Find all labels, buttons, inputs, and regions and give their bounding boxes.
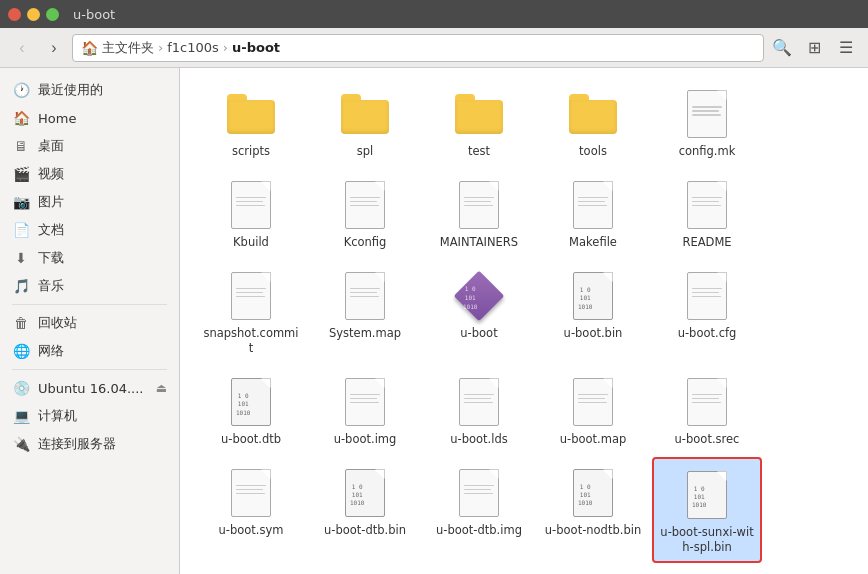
- file-name: u-boot-sunxi-with-spl.bin: [660, 525, 754, 555]
- toolbar: ‹ › 🏠 主文件夹 › f1c100s › u-boot 🔍 ⊞ ☰: [0, 28, 868, 68]
- folder-icon: [569, 86, 617, 142]
- music-icon: 🎵: [12, 277, 30, 295]
- network-icon: 🌐: [12, 342, 30, 360]
- file-item-spl[interactable]: spl: [310, 78, 420, 165]
- binary-file-icon: 1 01011010: [227, 374, 275, 430]
- sidebar-item-music[interactable]: 🎵 音乐: [0, 272, 179, 300]
- file-item-scripts[interactable]: scripts: [196, 78, 306, 165]
- search-button[interactable]: 🔍: [768, 34, 796, 62]
- file-item-tools[interactable]: tools: [538, 78, 648, 165]
- file-name: u-boot.bin: [564, 326, 623, 341]
- sidebar-item-desktop[interactable]: 🖥 桌面: [0, 132, 179, 160]
- doc-file-icon: [341, 268, 389, 324]
- sidebar-label-network: 网络: [38, 342, 64, 360]
- sidebar-item-recent[interactable]: 🕐 最近使用的: [0, 76, 179, 104]
- file-name: spl: [357, 144, 374, 159]
- sidebar-item-network[interactable]: 🌐 网络: [0, 337, 179, 365]
- sidebar-item-ubuntu[interactable]: 💿 Ubuntu 16.04.... ⏏: [0, 374, 179, 402]
- sidebar-label-connect: 连接到服务器: [38, 435, 116, 453]
- sidebar-item-docs[interactable]: 📄 文档: [0, 216, 179, 244]
- file-item-u-boot-dtb[interactable]: 1 01011010 u-boot.dtb: [196, 366, 306, 453]
- grid-view-button[interactable]: ⊞: [800, 34, 828, 62]
- forward-button[interactable]: ›: [40, 34, 68, 62]
- folder-icon: [341, 86, 389, 142]
- sidebar-item-photos[interactable]: 📷 图片: [0, 188, 179, 216]
- doc-file-icon: [455, 465, 503, 521]
- sidebar-label-home: Home: [38, 111, 76, 126]
- file-name: u-boot-nodtb.bin: [545, 523, 641, 538]
- binary-file-icon: 1 01011010: [683, 467, 731, 523]
- doc-file-icon: [227, 268, 275, 324]
- toolbar-right: 🔍 ⊞ ☰: [768, 34, 860, 62]
- file-item-u-boot-img[interactable]: u-boot.img: [310, 366, 420, 453]
- file-name: u-boot.cfg: [678, 326, 737, 341]
- sidebar-item-trash[interactable]: 🗑 回收站: [0, 309, 179, 337]
- file-item-Makefile[interactable]: Makefile: [538, 169, 648, 256]
- file-name: MAINTAINERS: [440, 235, 518, 250]
- photos-icon: 📷: [12, 193, 30, 211]
- sidebar-item-computer[interactable]: 💻 计算机: [0, 402, 179, 430]
- folder-icon: [227, 86, 275, 142]
- breadcrumb-home[interactable]: 主文件夹: [102, 39, 154, 57]
- sidebar-item-downloads[interactable]: ⬇ 下载: [0, 244, 179, 272]
- breadcrumb-f1c100s[interactable]: f1c100s: [167, 40, 219, 55]
- file-item-u-boot-lds[interactable]: u-boot.lds: [424, 366, 534, 453]
- maximize-button[interactable]: [46, 8, 59, 21]
- menu-button[interactable]: ☰: [832, 34, 860, 62]
- binary-file-icon: 1 01011010: [341, 465, 389, 521]
- sidebar-label-downloads: 下载: [38, 249, 64, 267]
- sidebar-item-video[interactable]: 🎬 视频: [0, 160, 179, 188]
- file-item-u-boot-srec[interactable]: u-boot.srec: [652, 366, 762, 453]
- doc-file-icon: [341, 177, 389, 233]
- file-item-u-boot-bin[interactable]: 1 01011010 u-boot.bin: [538, 260, 648, 362]
- file-item-u-boot-nodtb-bin[interactable]: 1 01011010 u-boot-nodtb.bin: [538, 457, 648, 563]
- sidebar-label-docs: 文档: [38, 221, 64, 239]
- back-button[interactable]: ‹: [8, 34, 36, 62]
- sidebar-label-photos: 图片: [38, 193, 64, 211]
- file-name: u-boot: [460, 326, 497, 341]
- file-item-Kconfig[interactable]: Kconfig: [310, 169, 420, 256]
- file-item-u-boot-sym[interactable]: u-boot.sym: [196, 457, 306, 563]
- file-name: Kconfig: [344, 235, 387, 250]
- sidebar-divider-2: [12, 369, 167, 370]
- file-item-u-boot-dtb-bin[interactable]: 1 01011010 u-boot-dtb.bin: [310, 457, 420, 563]
- titlebar: u-boot: [0, 0, 868, 28]
- file-item-u-boot-sunxi-with-spl-bin[interactable]: 1 01011010 u-boot-sunxi-with-spl.bin: [652, 457, 762, 563]
- file-name: tools: [579, 144, 607, 159]
- computer-icon: 💻: [12, 407, 30, 425]
- sidebar-item-home[interactable]: 🏠 Home: [0, 104, 179, 132]
- file-item-test[interactable]: test: [424, 78, 534, 165]
- sidebar-divider: [12, 304, 167, 305]
- window-title: u-boot: [73, 7, 115, 22]
- file-item-u-boot-cfg[interactable]: u-boot.cfg: [652, 260, 762, 362]
- doc-file-icon: [683, 177, 731, 233]
- file-item-u-boot-dtb-img[interactable]: u-boot-dtb.img: [424, 457, 534, 563]
- sidebar-item-connect[interactable]: 🔌 连接到服务器: [0, 430, 179, 458]
- file-name: u-boot.map: [560, 432, 627, 447]
- file-item-u-boot[interactable]: 1 01011010 u-boot: [424, 260, 534, 362]
- doc-file-icon: [455, 374, 503, 430]
- close-button[interactable]: [8, 8, 21, 21]
- file-item-snapshot-commit[interactable]: snapshot.commit: [196, 260, 306, 362]
- doc-file-icon: [683, 86, 731, 142]
- file-name: config.mk: [679, 144, 736, 159]
- file-item-System-map[interactable]: System.map: [310, 260, 420, 362]
- binary-file-icon: 1 01011010: [569, 268, 617, 324]
- file-item-MAINTAINERS[interactable]: MAINTAINERS: [424, 169, 534, 256]
- file-item-Kbuild[interactable]: Kbuild: [196, 169, 306, 256]
- doc-file-icon: [569, 374, 617, 430]
- trash-icon: 🗑: [12, 314, 30, 332]
- eject-button[interactable]: ⏏: [156, 381, 167, 395]
- file-item-u-boot-map[interactable]: u-boot.map: [538, 366, 648, 453]
- video-icon: 🎬: [12, 165, 30, 183]
- file-name: test: [468, 144, 490, 159]
- doc-file-icon: [227, 177, 275, 233]
- file-item-config-mk[interactable]: config.mk: [652, 78, 762, 165]
- file-name: u-boot.sym: [219, 523, 284, 538]
- minimize-button[interactable]: [27, 8, 40, 21]
- file-item-README[interactable]: README: [652, 169, 762, 256]
- folder-icon: [455, 86, 503, 142]
- breadcrumb-uboot[interactable]: u-boot: [232, 40, 280, 55]
- doc-file-icon: [227, 465, 275, 521]
- downloads-icon: ⬇: [12, 249, 30, 267]
